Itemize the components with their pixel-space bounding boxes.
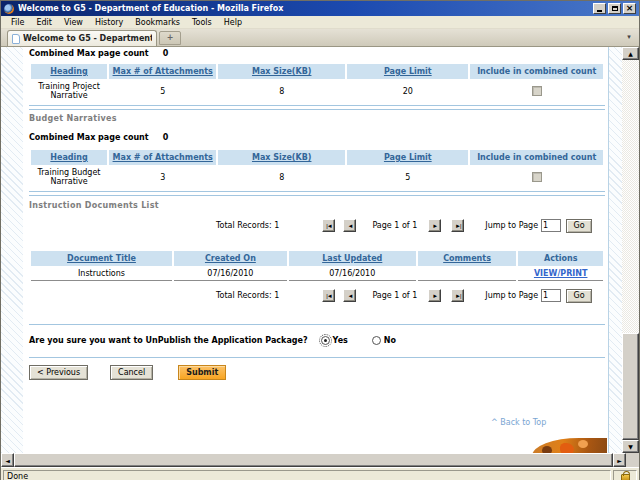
go-button[interactable]: Go: [566, 289, 592, 303]
firefox-icon: [4, 4, 14, 14]
close-button[interactable]: ×: [623, 3, 636, 14]
combined-count-project: Combined Max page count0: [29, 49, 605, 58]
col-header-page-limit[interactable]: Page Limit: [347, 150, 468, 165]
total-records-label: Total Records: 1: [216, 291, 279, 300]
yes-radio[interactable]: [321, 336, 330, 345]
jump-to-page-input[interactable]: [541, 289, 561, 302]
scrollbar-corner: [626, 453, 639, 467]
padlock-icon: [621, 474, 630, 480]
cell-attachments: 5: [109, 80, 216, 102]
back-to-top-link[interactable]: ^ Back to Top: [491, 418, 546, 427]
view-print-link[interactable]: VIEW/PRINT: [534, 269, 588, 278]
total-records-label: Total Records: 1: [216, 221, 279, 230]
horizontal-scrollbar[interactable]: ◄ ►: [1, 453, 639, 467]
instruction-documents-table: Document Title Created On Last Updated C…: [29, 250, 605, 282]
section-title-instruction-documents: Instruction Documents List: [29, 201, 605, 210]
page-indicator: Page 1 of 1: [372, 221, 417, 230]
menu-tools[interactable]: Tools: [186, 17, 218, 28]
menu-edit[interactable]: Edit: [30, 17, 58, 28]
tab-welcome-g5[interactable]: Welcome to G5 - Department of Edu...: [7, 30, 157, 46]
jump-to-page-label: Jump to Page: [485, 291, 538, 300]
page-indicator: Page 1 of 1: [372, 291, 417, 300]
left-margin-pattern: [1, 47, 23, 453]
close-icon: ×: [626, 4, 634, 13]
section-title-budget-narratives: Budget Narratives: [29, 114, 605, 123]
next-page-button[interactable]: ►: [428, 219, 441, 232]
firefox-window: Welcome to G5 - Department of Education …: [0, 0, 640, 480]
restore-icon: [612, 6, 618, 11]
col-header-document-title[interactable]: Document Title: [31, 251, 172, 266]
cell-page-limit: 5: [347, 166, 468, 188]
combined-count-project-value: 0: [163, 49, 169, 58]
cell-created-on: 07/16/2010: [174, 267, 287, 281]
vertical-scrollbar-thumb[interactable]: [622, 333, 639, 440]
last-page-button[interactable]: ►|: [451, 219, 464, 232]
first-page-button[interactable]: |◄: [322, 289, 335, 302]
next-page-button[interactable]: ►: [428, 289, 441, 302]
cancel-button[interactable]: Cancel: [110, 365, 153, 380]
col-header-heading[interactable]: Heading: [31, 64, 107, 79]
new-tab-button[interactable]: +: [159, 31, 181, 45]
cell-page-limit: 20: [347, 80, 468, 102]
previous-page-button[interactable]: ◄: [343, 219, 356, 232]
tab-label: Welcome to G5 - Department of Edu...: [23, 34, 152, 43]
menu-file[interactable]: File: [5, 17, 30, 28]
window-title: Welcome to G5 - Department of Education …: [18, 4, 593, 13]
col-header-created-on[interactable]: Created On: [174, 251, 287, 266]
vertical-scrollbar[interactable]: ▲ ▼: [622, 47, 639, 453]
scroll-right-button[interactable]: ►: [613, 453, 626, 467]
minimize-button[interactable]: [593, 3, 606, 14]
col-header-heading[interactable]: Heading: [31, 150, 107, 165]
previous-button[interactable]: < Previous: [29, 365, 88, 380]
first-page-button[interactable]: |◄: [322, 219, 335, 232]
submit-button[interactable]: Submit: [178, 365, 226, 380]
col-header-max-attachments[interactable]: Max # of Attachments: [109, 64, 216, 79]
combined-count-budget: Combined Max page count0: [29, 133, 605, 142]
col-header-max-size[interactable]: Max Size(KB): [218, 150, 345, 165]
previous-page-button[interactable]: ◄: [343, 289, 356, 302]
unpublish-question: Are you sure you want to UnPublish the A…: [29, 336, 308, 345]
back-to-top: ^ Back to Top: [491, 418, 605, 427]
combined-count-budget-value: 0: [163, 133, 169, 142]
go-button[interactable]: Go: [566, 219, 592, 233]
table-row: Training Budget Narrative 3 8 5: [31, 166, 603, 188]
col-header-include-count: Include in combined count: [470, 150, 603, 165]
table-row: Instructions 07/16/2010 07/16/2010 VIEW/…: [31, 267, 603, 281]
cell-attachments: 3: [109, 166, 216, 188]
restore-button[interactable]: [608, 3, 621, 14]
col-header-last-updated[interactable]: Last Updated: [289, 251, 416, 266]
divider: [29, 324, 605, 325]
divider: [29, 357, 605, 358]
yes-radio-label: Yes: [333, 336, 348, 345]
col-header-comments[interactable]: Comments: [418, 251, 517, 266]
cell-size: 8: [218, 80, 345, 102]
col-header-include-count: Include in combined count: [470, 64, 603, 79]
horizontal-scrollbar-thumb[interactable]: [14, 453, 613, 467]
col-header-max-size[interactable]: Max Size(KB): [218, 64, 345, 79]
security-indicator[interactable]: [613, 470, 637, 480]
cell-last-updated: 07/16/2010: [289, 267, 416, 281]
menu-view[interactable]: View: [58, 17, 89, 28]
include-checkbox[interactable]: [532, 86, 542, 96]
title-bar[interactable]: Welcome to G5 - Department of Education …: [1, 1, 639, 16]
no-radio[interactable]: [372, 336, 381, 345]
cell-heading: Training Budget Narrative: [31, 166, 107, 188]
col-header-max-attachments[interactable]: Max # of Attachments: [109, 150, 216, 165]
scroll-left-button[interactable]: ◄: [1, 453, 14, 467]
page-viewport: Combined Max page count0 Heading Max # o…: [1, 47, 639, 453]
divider: [29, 109, 605, 110]
last-page-button[interactable]: ►|: [451, 289, 464, 302]
pagination-bottom: Total Records: 1 |◄ ◄ Page 1 of 1 ► ►| J…: [29, 288, 605, 303]
menu-help[interactable]: Help: [218, 17, 248, 28]
jump-to-page-input[interactable]: [541, 219, 561, 232]
col-header-page-limit[interactable]: Page Limit: [347, 64, 468, 79]
menu-history[interactable]: History: [89, 17, 129, 28]
menu-bookmarks[interactable]: Bookmarks: [129, 17, 186, 28]
include-checkbox[interactable]: [532, 172, 542, 182]
scroll-up-button[interactable]: ▲: [622, 47, 639, 60]
cell-comments: [418, 267, 517, 281]
list-tabs-button[interactable]: ▾: [623, 32, 635, 44]
table-row: Training Project Narrative 5 8 20: [31, 80, 603, 102]
scroll-down-button[interactable]: ▼: [622, 440, 639, 453]
cell-size: 8: [218, 166, 345, 188]
